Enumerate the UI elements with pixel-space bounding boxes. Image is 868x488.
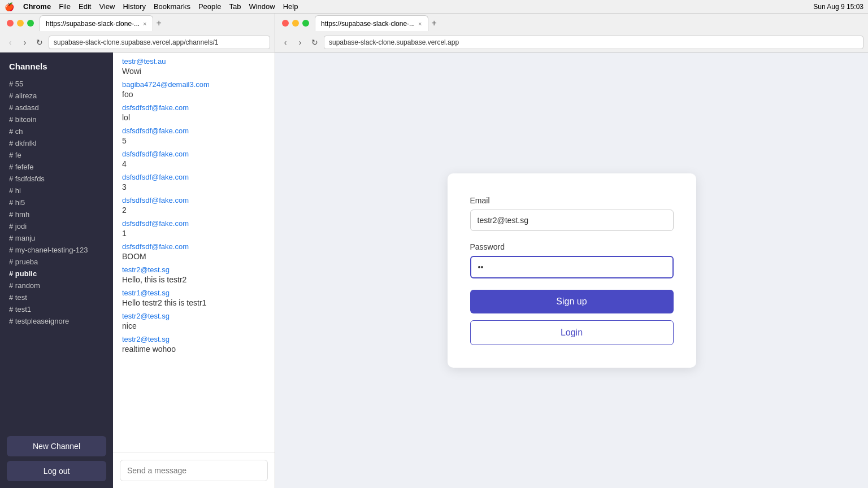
left-back-btn[interactable]: ‹: [5, 37, 16, 48]
left-maximize-btn[interactable]: [27, 20, 34, 27]
channel-item[interactable]: # hi5: [0, 197, 113, 208]
sidebar-footer: New Channel Log out: [0, 429, 113, 488]
app-name-menu[interactable]: Chrome: [23, 2, 51, 11]
message-text: BOOM: [122, 252, 266, 261]
menu-people[interactable]: People: [198, 2, 221, 11]
message-text: 3: [122, 182, 266, 191]
menubar-right: Sun Aug 9 15:03: [813, 3, 863, 11]
left-minimize-btn[interactable]: [17, 20, 24, 27]
message-input[interactable]: [120, 460, 268, 481]
message-text: nice: [122, 321, 266, 330]
channel-item[interactable]: # fe: [0, 149, 113, 161]
channel-item[interactable]: # prueba: [0, 256, 113, 268]
channel-item[interactable]: # fefefe: [0, 161, 113, 173]
left-new-tab-btn[interactable]: +: [154, 18, 164, 28]
messages-list: testr@test.auWowibagiba4724@demail3.comf…: [113, 53, 275, 452]
right-tab-close[interactable]: ×: [418, 20, 422, 27]
left-refresh-btn[interactable]: ↻: [34, 37, 45, 48]
right-tab-bar: https://supabase-slack-clone-... × +: [275, 14, 868, 33]
message-text: Hello, this is testr2: [122, 275, 266, 284]
message-text: 5: [122, 136, 266, 145]
message-input-area: [113, 452, 275, 488]
channel-item[interactable]: # alireza: [0, 90, 113, 102]
browsers-row: https://supabase-slack-clone-... × + ‹ ›…: [0, 14, 868, 488]
right-maximize-btn[interactable]: [302, 20, 309, 27]
menu-tab[interactable]: Tab: [229, 2, 241, 11]
menu-bookmarks[interactable]: Bookmarks: [154, 2, 190, 11]
message-block: testr@test.auWowi: [122, 57, 266, 76]
message-text: 1: [122, 229, 266, 238]
menu-file[interactable]: File: [59, 2, 71, 11]
message-block: dsfsdfsdf@fake.com3: [122, 173, 266, 191]
right-refresh-btn[interactable]: ↻: [309, 37, 320, 48]
sidebar-header: Channels: [0, 53, 113, 76]
channel-item[interactable]: # jodi: [0, 220, 113, 232]
right-browser-chrome: https://supabase-slack-clone-... × + ‹ ›…: [275, 14, 868, 53]
right-new-tab-btn[interactable]: +: [429, 18, 439, 28]
left-address-input[interactable]: [49, 36, 270, 49]
logout-button[interactable]: Log out: [7, 461, 106, 481]
channel-item[interactable]: # test1: [0, 303, 113, 315]
left-tab-close[interactable]: ×: [143, 20, 146, 27]
channel-item[interactable]: # fsdfdsfds: [0, 173, 113, 185]
login-button[interactable]: Login: [470, 320, 674, 345]
message-author: testr1@test.sg: [122, 289, 266, 297]
email-group: Email: [470, 196, 674, 231]
message-author: dsfsdfsdf@fake.com: [122, 150, 266, 158]
channel-item[interactable]: # manju: [0, 232, 113, 244]
channel-item[interactable]: # public: [0, 268, 113, 280]
message-author: dsfsdfsdf@fake.com: [122, 219, 266, 228]
message-text: realtime wohoo: [122, 345, 266, 354]
right-tab-active[interactable]: https://supabase-slack-clone-... ×: [315, 15, 428, 31]
channel-item[interactable]: # dkfnfkl: [0, 137, 113, 149]
left-close-btn[interactable]: [7, 20, 14, 27]
new-channel-button[interactable]: New Channel: [7, 436, 106, 456]
message-text: Hello testr2 this is testr1: [122, 298, 266, 307]
left-browser: https://supabase-slack-clone-... × + ‹ ›…: [0, 14, 275, 488]
message-block: testr2@test.sgrealtime wohoo: [122, 335, 266, 354]
email-label: Email: [470, 196, 674, 205]
left-forward-btn[interactable]: ›: [19, 37, 31, 48]
message-block: testr2@test.sgHello, this is testr2: [122, 265, 266, 284]
password-group: Password: [470, 242, 674, 278]
channel-item[interactable]: # 55: [0, 78, 113, 90]
message-author: testr2@test.sg: [122, 335, 266, 343]
channel-item[interactable]: # my-chanel-testing-123: [0, 244, 113, 256]
left-browser-chrome: https://supabase-slack-clone-... × + ‹ ›…: [0, 14, 275, 53]
right-back-btn[interactable]: ‹: [280, 37, 291, 48]
message-block: testr1@test.sgHello testr2 this is testr…: [122, 289, 266, 307]
channel-item[interactable]: # bitcoin: [0, 114, 113, 125]
channel-item[interactable]: # hmh: [0, 208, 113, 220]
menu-view[interactable]: View: [99, 2, 115, 11]
message-block: dsfsdfsdf@fake.comlol: [122, 103, 266, 122]
channel-item[interactable]: # asdasd: [0, 102, 113, 114]
password-input[interactable]: [470, 256, 674, 278]
channel-item[interactable]: # test: [0, 291, 113, 303]
message-author: testr@test.au: [122, 57, 266, 66]
message-author: dsfsdfsdf@fake.com: [122, 196, 266, 204]
menu-window[interactable]: Window: [249, 2, 275, 11]
channel-item[interactable]: # testpleaseignore: [0, 315, 113, 327]
message-author: dsfsdfsdf@fake.com: [122, 242, 266, 251]
channel-item[interactable]: # hi: [0, 185, 113, 197]
right-browser: https://supabase-slack-clone-... × + ‹ ›…: [275, 14, 868, 488]
message-block: dsfsdfsdf@fake.comBOOM: [122, 242, 266, 261]
message-block: dsfsdfsdf@fake.com1: [122, 219, 266, 238]
menu-history[interactable]: History: [123, 2, 145, 11]
message-block: dsfsdfsdf@fake.com5: [122, 127, 266, 145]
signup-button[interactable]: Sign up: [470, 290, 674, 313]
menu-help[interactable]: Help: [283, 2, 298, 11]
left-tab-active[interactable]: https://supabase-slack-clone-... ×: [40, 15, 153, 31]
email-input[interactable]: [470, 210, 674, 231]
right-close-btn[interactable]: [282, 20, 289, 27]
menu-items: Chrome File Edit View History Bookmarks …: [23, 2, 298, 11]
right-address-input[interactable]: [324, 36, 863, 49]
right-minimize-btn[interactable]: [292, 20, 299, 27]
right-forward-btn[interactable]: ›: [294, 37, 306, 48]
message-text: lol: [122, 113, 266, 122]
sidebar: Channels # 55# alireza# asdasd# bitcoin#…: [0, 53, 113, 488]
right-address-bar: ‹ › ↻: [275, 33, 868, 52]
channel-item[interactable]: # ch: [0, 125, 113, 137]
menu-edit[interactable]: Edit: [79, 2, 91, 11]
channel-item[interactable]: # random: [0, 280, 113, 291]
